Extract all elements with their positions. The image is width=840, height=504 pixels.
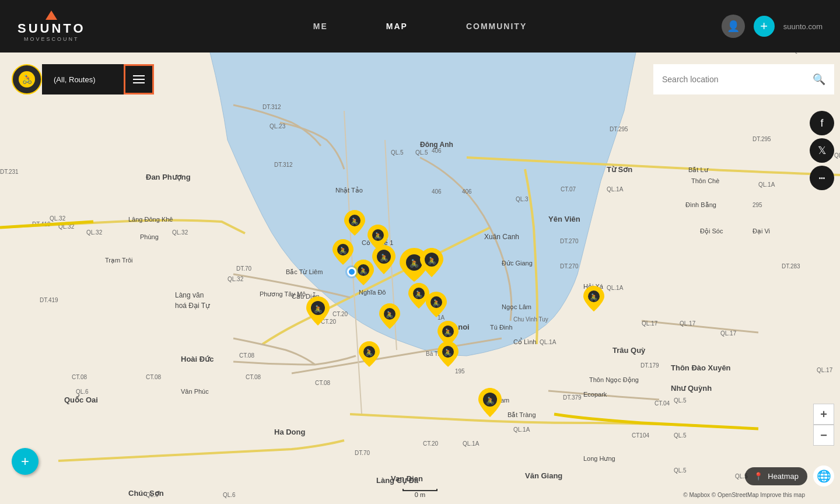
activity-icon: 🚴 (19, 71, 35, 88)
map-pin-11[interactable]: 🚴 (426, 292, 447, 320)
svg-text:Đông Anh: Đông Anh (420, 141, 453, 149)
svg-text:QL.5: QL.5 (834, 152, 840, 159)
svg-text:Van Dien: Van Dien (391, 474, 423, 483)
svg-text:Bắt Lư: Bắt Lư (688, 166, 709, 173)
suunto-link[interactable]: suunto.com (783, 22, 822, 31)
svg-text:🚴: 🚴 (359, 267, 368, 275)
logo[interactable]: SUUNTO MOVESCOUNT (18, 10, 86, 42)
map-container: QL.32 QL.32 QL.32 QL.32 QL.23 DT.312 DT.… (0, 52, 840, 504)
svg-text:CT.08: CT.08 (246, 374, 261, 380)
svg-text:Trạm Trôi: Trạm Trôi (105, 257, 133, 264)
svg-text:Ngọc Lâm: Ngọc Lâm (502, 303, 531, 311)
twitter-button[interactable]: 𝕏 (810, 138, 834, 163)
svg-text:🚴: 🚴 (444, 348, 452, 356)
svg-text:Ecopark: Ecopark (583, 391, 607, 398)
menu-line-2 (133, 79, 145, 80)
heatmap-button[interactable]: 📍 Heatmap (745, 467, 807, 485)
svg-text:DT.283: DT.283 (782, 263, 800, 270)
svg-text:DT.295: DT.295 (752, 136, 771, 142)
svg-text:CT.07: CT.07 (561, 186, 576, 192)
svg-text:🚴: 🚴 (386, 310, 394, 318)
svg-text:QL.17: QL.17 (720, 330, 737, 337)
svg-text:QL.5: QL.5 (391, 149, 404, 156)
avatar[interactable]: 👤 (722, 15, 745, 38)
svg-text:Nhật Tảo: Nhật Tảo (335, 187, 363, 194)
svg-text:Bắt Tràng: Bắt Tràng (508, 411, 536, 418)
svg-text:Phương Tây Mô: Phương Tây Mô (260, 290, 306, 298)
map-pin-4[interactable]: 🚴 (372, 245, 396, 276)
svg-text:Cổ Lình: Cổ Lình (513, 338, 536, 345)
svg-text:406: 406 (432, 188, 442, 195)
globe-button[interactable]: 🌐 (813, 466, 834, 487)
svg-text:Phùng: Phùng (140, 233, 159, 240)
svg-text:QL.3: QL.3 (516, 196, 528, 202)
add-button[interactable]: + (754, 16, 775, 37)
svg-text:🚴: 🚴 (415, 290, 423, 298)
svg-text:Văn Giang: Văn Giang (525, 471, 562, 480)
svg-text:Thôn Chè: Thôn Chè (691, 177, 719, 184)
nav-community[interactable]: COMMUNITY (437, 0, 556, 52)
svg-text:Xuân Canh: Xuân Canh (484, 233, 519, 241)
svg-text:🚴: 🚴 (590, 293, 598, 301)
svg-text:QL.6: QL.6 (223, 492, 236, 498)
filter-icon-button[interactable]: 🚴 (12, 64, 42, 94)
svg-text:Chu Vinh Tuy: Chu Vinh Tuy (513, 316, 548, 323)
svg-text:QL.17: QL.17 (680, 320, 696, 327)
svg-text:DT.231: DT.231 (0, 169, 19, 175)
svg-text:406: 406 (462, 188, 472, 195)
map-pin-8[interactable]: 🚴 (379, 303, 400, 331)
svg-text:🚴: 🚴 (339, 246, 347, 254)
heatmap-icon: 📍 (754, 472, 763, 481)
zoom-in-button[interactable]: + (813, 404, 834, 425)
navbar: SUUNTO MOVESCOUNT ME MAP COMMUNITY 👤 + s… (0, 0, 840, 52)
nav-me[interactable]: ME (284, 0, 357, 52)
svg-text:Nghĩa Đô: Nghĩa Đô (359, 289, 386, 296)
svg-text:🚴: 🚴 (410, 258, 419, 268)
search-button[interactable]: 🔍 (804, 64, 834, 94)
svg-text:Thôn Ngọc Động: Thôn Ngọc Động (589, 376, 639, 384)
svg-text:QL.17: QL.17 (817, 367, 833, 373)
add-location-button[interactable]: + (12, 448, 38, 475)
svg-text:DT.70: DT.70 (355, 450, 370, 456)
map-pin-1[interactable]: 🚴 (344, 210, 365, 238)
svg-text:Đan Phượng: Đan Phượng (146, 173, 191, 181)
svg-text:CT.04: CT.04 (654, 400, 670, 407)
svg-text:🚴: 🚴 (380, 253, 388, 262)
svg-text:DT.270: DT.270 (560, 263, 579, 270)
svg-text:CT.08: CT.08 (239, 352, 255, 359)
svg-text:CT.20: CT.20 (423, 440, 439, 447)
svg-text:Quốc Oai: Quốc Oai (64, 395, 98, 404)
filter-label[interactable]: (All, Routes) (42, 64, 124, 94)
facebook-button[interactable]: f (810, 111, 834, 135)
svg-text:🚴: 🚴 (365, 348, 373, 356)
svg-text:Từ Sơn: Từ Sơn (607, 165, 632, 174)
svg-text:QL.1A: QL.1A (607, 186, 624, 192)
svg-text:QL.32: QL.32 (86, 229, 103, 236)
filter-menu-button[interactable] (124, 64, 154, 94)
svg-text:CT.20: CT.20 (332, 311, 348, 317)
zoom-out-button[interactable]: − (813, 425, 834, 446)
search-input[interactable] (653, 75, 804, 84)
scale-bar: 0 m (402, 489, 438, 498)
bottom-bar: 📍 Heatmap 🌐 (745, 466, 834, 487)
map-pin-9[interactable]: 🚴 (306, 296, 330, 328)
map-pin-16[interactable]: 🚴 (478, 388, 502, 419)
svg-text:QL.1A: QL.1A (540, 339, 556, 345)
facebook-icon: f (820, 117, 823, 130)
svg-text:QL.5: QL.5 (674, 397, 687, 404)
svg-text:Làng văn: Làng văn (175, 291, 204, 299)
svg-text:DT.312: DT.312 (262, 104, 281, 110)
nav-map[interactable]: MAP (357, 0, 437, 52)
logo-sub: MOVESCOUNT (24, 36, 79, 42)
svg-text:Đình Bằng: Đình Bằng (685, 201, 716, 208)
more-button[interactable]: ••• (810, 166, 834, 190)
svg-text:DT.295: DT.295 (610, 126, 628, 132)
map-pin-13[interactable]: 🚴 (438, 341, 459, 369)
svg-text:DT.419: DT.419 (40, 297, 58, 303)
svg-text:CT.08: CT.08 (315, 380, 331, 386)
map-pin-7[interactable]: 🚴 (420, 248, 443, 279)
map-pin-14[interactable]: 🚴 (359, 341, 380, 369)
map-pin-15[interactable]: 🚴 (583, 286, 604, 314)
map-pin-3[interactable]: 🚴 (332, 239, 354, 267)
svg-text:Hoài Đức: Hoài Đức (181, 355, 214, 363)
